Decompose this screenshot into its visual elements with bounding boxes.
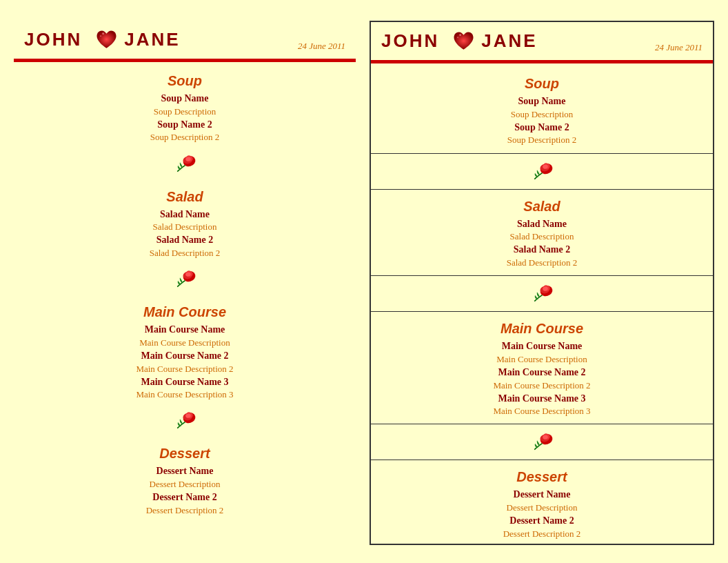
right-soup-title: Soup — [381, 70, 702, 95]
left-dessert-item2-desc: Dessert Description 2 — [24, 504, 345, 517]
left-header: JOHN JANE 24 June 2011 — [14, 21, 356, 55]
right-soup-item1-name: Soup Name — [381, 95, 702, 108]
menu-left: JOHN JANE 24 June 2011 Soup — [14, 21, 356, 545]
right-header-date: 24 June 2011 — [655, 42, 702, 53]
right-rose-1 — [371, 154, 713, 189]
right-rose-2 — [371, 276, 713, 311]
right-soup-item2-name: Soup Name 2 — [381, 121, 702, 135]
left-rose-2 — [14, 261, 356, 297]
right-heart-icon — [452, 29, 476, 53]
left-header-jane: JANE — [124, 29, 180, 50]
left-dessert-item1-desc: Dessert Description — [24, 478, 345, 491]
right-dessert-item2-desc: Dessert Description 2 — [381, 528, 702, 540]
left-soup-item1-desc: Soup Description — [24, 106, 345, 118]
right-main-item2-name: Main Course Name 2 — [381, 366, 702, 379]
left-section-salad: Salad Salad Name Salad Description Salad… — [14, 181, 356, 297]
right-dessert-item2-name: Dessert Name 2 — [381, 514, 702, 528]
left-red-line — [14, 59, 356, 62]
right-soup-item2-desc: Soup Description 2 — [381, 134, 702, 146]
left-header-john: JOHN — [24, 29, 82, 50]
right-salad-title: Salad — [381, 193, 702, 217]
right-main-item3-name: Main Course Name 3 — [381, 392, 702, 406]
right-header-john: JOHN — [381, 30, 439, 52]
left-salad-item2-desc: Salad Description 2 — [24, 247, 345, 259]
svg-point-0 — [102, 32, 104, 34]
left-main-title: Main Course — [24, 299, 345, 323]
left-rose-1 — [14, 146, 356, 181]
left-salad-item2-name: Salad Name 2 — [24, 233, 345, 247]
right-header: JOHN JANE 24 June 2011 — [371, 22, 713, 57]
left-section-main: Main Course Main Course Name Main Course… — [14, 297, 356, 438]
menu-right: JOHN JANE 24 June 2011 Soup Soup Name — [370, 21, 714, 545]
left-dessert-title: Dessert — [24, 440, 345, 464]
left-dessert-item2-name: Dessert Name 2 — [24, 491, 345, 504]
right-main-item2-desc: Main Course Description 2 — [381, 379, 702, 392]
left-heart-icon — [94, 28, 119, 52]
left-rose-3 — [14, 403, 356, 438]
right-salad-item1-name: Salad Name — [381, 217, 702, 231]
left-soup-title: Soup — [24, 68, 345, 92]
svg-point-15 — [457, 37, 458, 38]
right-dessert-item1-name: Dessert Name — [381, 488, 702, 502]
left-section-dessert: Dessert Dessert Name Dessert Description… — [14, 438, 356, 519]
left-salad-item1-desc: Salad Description — [24, 221, 345, 233]
right-section-salad: Salad Salad Name Salad Description Salad… — [371, 190, 713, 313]
left-main-item1-desc: Main Course Description — [24, 337, 345, 349]
right-main-item1-desc: Main Course Description — [381, 353, 702, 366]
left-section-soup: Soup Soup Name Soup Description Soup Nam… — [14, 66, 356, 181]
right-rose-3 — [371, 424, 713, 460]
right-salad-item2-desc: Salad Description 2 — [381, 257, 702, 269]
left-main-item3-name: Main Course Name 3 — [24, 375, 345, 389]
right-section-main: Main Course Main Course Name Main Course… — [371, 312, 713, 460]
right-header-jane: JANE — [481, 30, 537, 52]
right-salad-item2-name: Salad Name 2 — [381, 243, 702, 257]
right-main-item1-name: Main Course Name — [381, 339, 702, 353]
right-red-line — [371, 60, 713, 63]
left-main-item1-name: Main Course Name — [24, 323, 345, 337]
svg-point-1 — [100, 35, 101, 37]
right-dessert-title: Dessert — [381, 464, 702, 488]
right-main-item3-desc: Main Course Description 3 — [381, 405, 702, 417]
left-main-item3-desc: Main Course Description 3 — [24, 388, 345, 401]
right-dessert-item1-desc: Dessert Description — [381, 502, 702, 514]
left-salad-item1-name: Salad Name — [24, 208, 345, 221]
left-main-item2-desc: Main Course Description 2 — [24, 363, 345, 375]
right-soup-item1-desc: Soup Description — [381, 108, 702, 121]
left-soup-item2-name: Soup Name 2 — [24, 118, 345, 132]
right-salad-item1-desc: Salad Description — [381, 230, 702, 243]
right-section-dessert: Dessert Dessert Name Dessert Description… — [371, 460, 713, 544]
left-soup-item2-desc: Soup Description 2 — [24, 131, 345, 144]
svg-point-14 — [459, 34, 461, 36]
left-soup-item1-name: Soup Name — [24, 92, 345, 106]
right-section-soup: Soup Soup Name Soup Description Soup Nam… — [371, 67, 713, 190]
left-header-date: 24 June 2011 — [298, 41, 345, 52]
page-container: JOHN JANE 24 June 2011 Soup — [14, 21, 714, 545]
right-main-title: Main Course — [381, 315, 702, 339]
left-salad-title: Salad — [24, 184, 345, 208]
left-dessert-item1-name: Dessert Name — [24, 464, 345, 478]
left-main-item2-name: Main Course Name 2 — [24, 349, 345, 363]
